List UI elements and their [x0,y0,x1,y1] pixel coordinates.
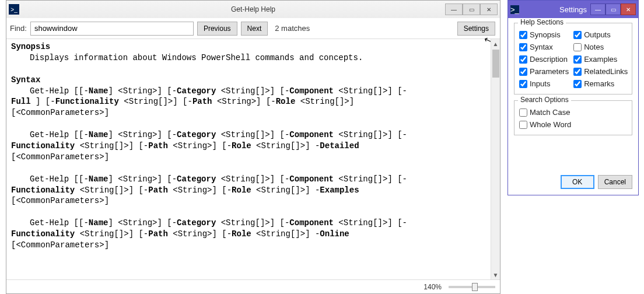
search-options-group: Search Options Match CaseWhole Word [514,100,632,135]
ok-button[interactable]: OK [561,175,594,189]
help-content-area: Synopsis Displays information about Wind… [6,39,500,279]
status-bar: 140% [6,279,500,293]
checkbox-label: Syntax [530,43,553,51]
checkbox-match-case[interactable] [519,108,527,117]
maximize-button[interactable]: ▭ [463,4,480,15]
section-checkbox-inputs[interactable]: Inputs [519,79,569,88]
checkbox-relatedlinks[interactable] [573,68,582,76]
section-checkbox-relatedlinks[interactable]: RelatedLinks [573,67,628,76]
checkbox-inputs[interactable] [519,80,527,88]
help-content: Synopsis Displays information about Wind… [6,39,491,279]
syntax-block-detailed: Get-Help [[-Name] <String>] [-Category <… [11,130,486,163]
settings-window: >_ Settings — ▭ ✕ Help Sections Synopsis… [508,0,639,195]
search-options-title: Search Options [518,96,571,104]
checkbox-description[interactable] [519,55,527,64]
section-checkbox-outputs[interactable]: Outputs [573,30,628,39]
settings-titlebar: >_ Settings — ▭ ✕ [508,1,638,18]
vertical-scrollbar[interactable]: ▲ ▼ [491,39,500,279]
search-option-whole-word[interactable]: Whole Word [519,120,627,129]
section-checkbox-examples[interactable]: Examples [573,55,628,64]
checkbox-label: Notes [584,43,604,51]
checkbox-syntax[interactable] [519,43,527,51]
checkbox-parameters[interactable] [519,68,527,76]
minimize-button[interactable]: — [445,4,463,15]
settings-window-title: Settings [559,5,587,14]
syntax-heading: Syntax [11,75,486,86]
checkbox-label: Description [530,55,568,64]
checkbox-label: RelatedLinks [584,67,628,76]
window-controls: — ▭ ✕ [445,4,498,15]
zoom-slider-thumb[interactable] [472,283,478,291]
search-options-list: Match CaseWhole Word [519,108,627,129]
match-count: 2 matches [275,24,310,33]
checkbox-label: Outputs [584,30,611,39]
settings-window-controls: — ▭ ✕ [590,4,636,15]
checkbox-label: Inputs [530,79,550,88]
close-button[interactable]: ✕ [480,4,498,15]
syntax-block-full: Get-Help [[-Name] <String>] [-Category <… [11,86,486,119]
powershell-icon: >_ [9,4,19,15]
cancel-button[interactable]: Cancel [598,175,632,189]
help-window-title: Get-Help Help [231,5,275,13]
checkbox-synopsis[interactable] [519,31,527,39]
scroll-down-arrow-icon[interactable]: ▼ [491,270,500,279]
scroll-thumb[interactable] [492,50,499,78]
search-option-match-case[interactable]: Match Case [519,108,627,117]
syntax-block-online: Get-Help [[-Name] <String>] [-Category <… [11,218,486,251]
help-sections-grid: SynopsisOutputsSyntaxNotesDescriptionExa… [519,30,627,88]
settings-button[interactable]: Settings [457,22,495,36]
checkbox-label: Whole Word [530,120,571,129]
checkbox-remarks[interactable] [573,80,582,88]
settings-body: Help Sections SynopsisOutputsSyntaxNotes… [508,18,638,172]
find-bar: Find: Previous Next 2 matches Settings [6,18,500,39]
settings-maximize-button[interactable]: ▭ [606,4,621,15]
help-sections-group: Help Sections SynopsisOutputsSyntaxNotes… [514,23,632,94]
find-input[interactable] [30,22,194,36]
checkbox-whole-word[interactable] [519,121,527,129]
settings-minimize-button[interactable]: — [590,4,606,15]
checkbox-notes[interactable] [573,43,582,51]
zoom-level: 140% [424,283,442,291]
checkbox-label: Examples [584,55,617,64]
checkbox-examples[interactable] [573,55,582,64]
zoom-slider[interactable] [449,286,495,288]
checkbox-label: Parameters [530,67,569,76]
next-button[interactable]: Next [241,22,268,36]
section-checkbox-syntax[interactable]: Syntax [519,43,569,51]
synopsis-heading: Synopsis [11,41,486,52]
settings-close-button[interactable]: ✕ [621,4,636,15]
section-checkbox-notes[interactable]: Notes [573,43,628,51]
previous-button[interactable]: Previous [197,22,237,36]
powershell-icon: >_ [510,5,519,14]
checkbox-label: Synopsis [530,30,561,39]
section-checkbox-synopsis[interactable]: Synopsis [519,30,569,39]
checkbox-outputs[interactable] [573,31,582,39]
checkbox-label: Match Case [530,108,570,117]
help-titlebar: >_ Get-Help Help — ▭ ✕ [6,1,500,18]
section-checkbox-remarks[interactable]: Remarks [573,79,628,88]
synopsis-text: Displays information about Windows Power… [30,52,486,64]
section-checkbox-description[interactable]: Description [519,55,569,64]
help-window: >_ Get-Help Help — ▭ ✕ Find: Previous Ne… [6,0,501,294]
scroll-up-arrow-icon[interactable]: ▲ [491,39,500,48]
settings-button-row: OK Cancel [508,172,638,195]
find-label: Find: [10,24,27,33]
syntax-block-examples: Get-Help [[-Name] <String>] [-Category <… [11,174,486,207]
checkbox-label: Remarks [584,79,614,88]
help-sections-title: Help Sections [518,18,566,26]
section-checkbox-parameters[interactable]: Parameters [519,67,569,76]
